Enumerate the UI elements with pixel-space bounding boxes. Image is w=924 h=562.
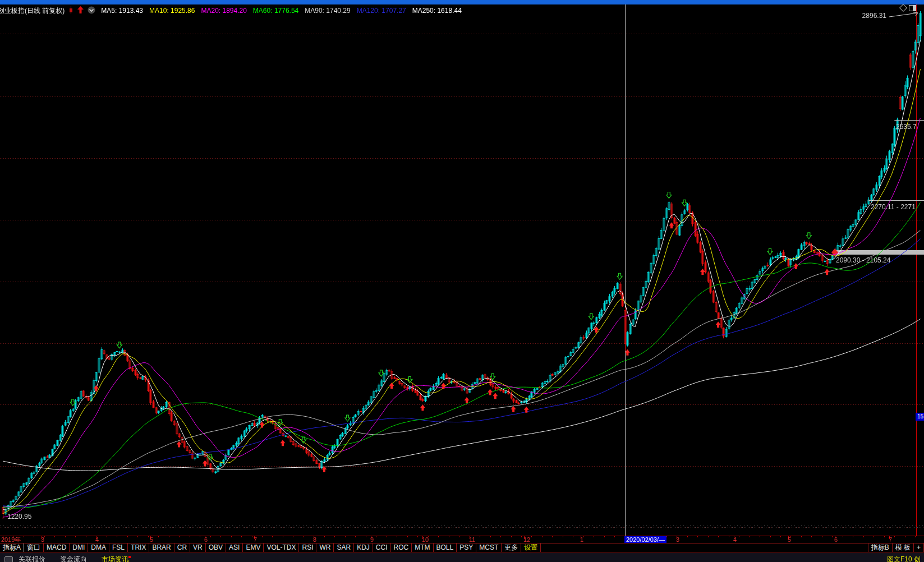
chevron-circle-icon[interactable] <box>88 6 95 16</box>
toolbar-item-窗口[interactable]: 窗口 <box>24 543 44 552</box>
toolbar-item-psy[interactable]: PSY <box>456 543 476 552</box>
toolbar-item-+[interactable]: + <box>913 543 924 552</box>
toolbar-item-wr[interactable]: WR <box>316 543 334 552</box>
low-price-label: 1220.95 <box>7 513 31 520</box>
kline-chart-canvas[interactable] <box>0 0 924 542</box>
toolbar-item-mcst[interactable]: MCST <box>476 543 502 552</box>
toolbar-item-emv[interactable]: EMV <box>242 543 264 552</box>
toolbar-item-kdj[interactable]: KDJ <box>353 543 373 552</box>
ma-value-7: MA250: 1618.44 <box>412 7 462 15</box>
toolbar-item-指标b[interactable]: 指标B <box>868 543 893 552</box>
toolbar-item-asi[interactable]: ASI <box>226 543 243 552</box>
toolbar-item-obv[interactable]: OBV <box>205 543 226 552</box>
ma-readout: MA5: 1913.43MA10: 1925.86MA20: 1894.20MA… <box>101 7 468 15</box>
toolbar-item-fsl[interactable]: FSL <box>109 543 128 552</box>
toolbar-item-cci[interactable]: CCI <box>373 543 391 552</box>
toolbar-item-dmi[interactable]: DMI <box>69 543 88 552</box>
statusbar-item-news[interactable]: 市场资讯 <box>102 555 131 562</box>
statusbar-item-quotes[interactable]: 关联报价 <box>19 555 45 562</box>
window-top-strip <box>0 0 924 4</box>
toolbar-item-macd[interactable]: MACD <box>43 543 70 552</box>
toolbar-item-sar[interactable]: SAR <box>333 543 354 552</box>
ma-value-2: MA10: 1925.86 <box>149 7 195 15</box>
notification-dot <box>128 556 131 558</box>
statusbar-f10-link[interactable]: 图文F10 创 <box>887 555 921 562</box>
toolbar-item-rsi[interactable]: RSI <box>298 543 316 552</box>
toolbar-item-roc[interactable]: ROC <box>390 543 412 552</box>
toolbar-right-group: 指标B模 板+ <box>868 543 924 552</box>
gap-label-2090: 2090.30 - 2105.24 <box>836 256 890 264</box>
status-bar: 关联报价 资金流向 市场资讯 图文F10 创 <box>0 553 924 562</box>
axis-price-tag: 15 <box>916 413 924 421</box>
chart-header: 创业板指(日线 前复权) MA5: 1913.43MA10: 1925.86MA… <box>0 4 924 17</box>
gap-label-2270: 2270.11 - 2271 <box>871 203 916 211</box>
statusbar-item-moneyflow[interactable]: 资金流向 <box>60 555 87 562</box>
ma-value-4: MA60: 1776.54 <box>253 7 298 15</box>
trading-app-window: 创业板指(日线 前复权) MA5: 1913.43MA10: 1925.86MA… <box>0 0 924 562</box>
split-pane-icon[interactable] <box>909 5 916 11</box>
ma-value-6: MA120: 1707.27 <box>357 7 406 15</box>
toolbar-item-更多[interactable]: 更多 <box>501 543 521 552</box>
toolbar-item-mtm[interactable]: MTM <box>411 543 433 552</box>
gap-label-2535: 2535.7 <box>896 123 917 131</box>
screen-icon <box>4 556 13 562</box>
candle-icon[interactable] <box>68 6 73 16</box>
toolbar-item-vol-tdx[interactable]: VOL-TDX <box>263 543 299 552</box>
toolbar-item-boll[interactable]: BOLL <box>433 543 457 552</box>
toolbar-item-vr[interactable]: VR <box>190 543 206 552</box>
toolbar-item-模板[interactable]: 模 板 <box>892 543 914 552</box>
up-arrow-icon[interactable] <box>77 6 84 15</box>
indicator-toolbar: 指标A窗口MACDDMIDMAFSLTRIXBRARCRVROBVASIEMVV… <box>0 543 924 552</box>
ma-value-3: MA20: 1894.20 <box>201 7 246 15</box>
toolbar-item-trix[interactable]: TRIX <box>127 543 149 552</box>
chart-title: 创业板指(日线 前复权) <box>0 6 65 16</box>
toolbar-left-group: 指标A窗口MACDDMIDMAFSLTRIXBRARCRVROBVASIEMVV… <box>0 543 541 552</box>
ma-value-1: MA5: 1913.43 <box>101 7 143 15</box>
toolbar-item-指标a[interactable]: 指标A <box>0 543 24 552</box>
toolbar-item-brar[interactable]: BRAR <box>149 543 174 552</box>
toolbar-item-cr[interactable]: CR <box>174 543 190 552</box>
ma-value-5: MA90: 1740.29 <box>305 7 350 15</box>
toolbar-item-dma[interactable]: DMA <box>88 543 109 552</box>
toolbar-item-设置[interactable]: 设置 <box>521 543 541 552</box>
